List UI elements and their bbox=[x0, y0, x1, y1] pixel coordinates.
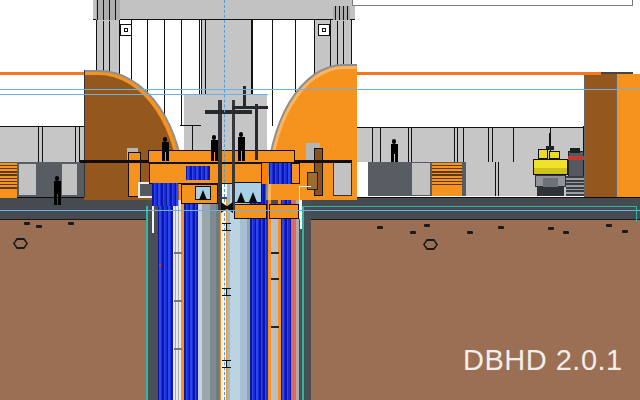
worker-figure bbox=[52, 176, 62, 205]
hot-strip bbox=[262, 163, 268, 184]
column-top-line bbox=[601, 72, 633, 75]
mast-line bbox=[347, 6, 348, 20]
mast-line bbox=[343, 6, 344, 20]
casing-joint-tick bbox=[271, 326, 279, 328]
vehicle-body bbox=[533, 159, 568, 175]
window-mullion bbox=[181, 20, 182, 126]
vehicle-tracks bbox=[537, 187, 564, 196]
mast-line bbox=[103, 0, 104, 20]
platform-block bbox=[234, 204, 267, 219]
door-panel bbox=[412, 163, 430, 195]
soil-rock bbox=[622, 230, 628, 233]
wall-stud bbox=[408, 128, 409, 162]
guide-line-blue-ground bbox=[0, 210, 640, 211]
rig-cap bbox=[570, 148, 580, 153]
soil-rock bbox=[424, 224, 430, 227]
wall-stud bbox=[463, 128, 464, 162]
lift-cage-window bbox=[233, 182, 262, 203]
casing-joint-tick bbox=[271, 278, 279, 280]
vent-louver-left-base bbox=[0, 189, 17, 198]
headframe-crossbar bbox=[205, 110, 252, 114]
soil-rock bbox=[498, 226, 504, 229]
casing-joint-tick bbox=[174, 300, 182, 302]
shaft-boundary-teal-left bbox=[146, 206, 148, 400]
platform-block bbox=[291, 163, 300, 184]
mast-line bbox=[109, 0, 110, 20]
vent-louver-right-base bbox=[432, 186, 462, 196]
soil-rock bbox=[36, 225, 42, 228]
guide-teal-corner bbox=[636, 206, 637, 222]
casing-red-dot bbox=[159, 264, 161, 267]
casing-gray-band bbox=[271, 205, 278, 400]
headframe-arm bbox=[232, 106, 268, 110]
vehicle-yellow-box bbox=[549, 151, 560, 159]
vehicle-hatch bbox=[543, 178, 558, 187]
soil-rock bbox=[563, 231, 569, 234]
tower-square-left-inner bbox=[124, 28, 128, 32]
casing-joint-tick bbox=[271, 252, 279, 254]
wall-stud bbox=[411, 128, 412, 162]
soil-rock bbox=[606, 224, 612, 227]
guide-line-teal bbox=[304, 206, 637, 207]
mast-line bbox=[339, 6, 340, 20]
mast-left bbox=[96, 0, 120, 20]
casing-light-band bbox=[173, 190, 181, 400]
worker-figure bbox=[236, 132, 246, 161]
canister-stack-left-inner bbox=[184, 185, 198, 400]
column-dark-brown bbox=[584, 74, 617, 197]
centerline-joint-marker bbox=[222, 223, 231, 231]
casing-joint-tick bbox=[174, 348, 182, 350]
worker-figure bbox=[209, 135, 219, 161]
rig-tread bbox=[566, 176, 584, 196]
gray-door bbox=[333, 160, 352, 196]
worker-figure bbox=[389, 139, 399, 162]
soil-rock bbox=[410, 231, 416, 234]
door-frame-line bbox=[498, 162, 499, 196]
parapet-outline bbox=[352, 0, 633, 6]
casing-joint-tick bbox=[174, 252, 182, 254]
roofline-left bbox=[0, 72, 84, 75]
guide-line-blue-upper2 bbox=[0, 94, 268, 95]
wall-stud bbox=[42, 126, 43, 162]
wall-stud bbox=[488, 128, 489, 162]
canister-rack-low bbox=[152, 183, 178, 206]
soil-rock bbox=[24, 222, 30, 225]
soil-rock bbox=[467, 231, 473, 234]
worker-figure bbox=[160, 137, 170, 161]
mini-canister-rack bbox=[186, 166, 210, 180]
wall-stud bbox=[372, 128, 373, 162]
steel-liner-column bbox=[198, 184, 220, 400]
wall-stud bbox=[380, 128, 381, 162]
door-panel bbox=[62, 164, 77, 195]
column-orange bbox=[617, 74, 640, 197]
window-mullion bbox=[272, 20, 273, 126]
white-corner-outline bbox=[299, 186, 311, 219]
vent-louver-right bbox=[432, 163, 462, 186]
canister-rack bbox=[269, 163, 291, 184]
rig-red-stripe bbox=[568, 156, 584, 160]
wall-stud bbox=[454, 128, 455, 162]
centerline-joint-marker bbox=[222, 360, 231, 368]
wall-stud bbox=[492, 128, 493, 162]
mast-line bbox=[115, 0, 116, 20]
mast-line bbox=[335, 6, 336, 20]
cad-section-drawing: DBHD 2.0.1 bbox=[0, 0, 640, 400]
soil-rock bbox=[68, 222, 74, 225]
wall-stud bbox=[457, 128, 458, 162]
soil-rock bbox=[548, 227, 554, 230]
canister-stack-left-outer bbox=[158, 185, 173, 400]
vertical-centerline-lower bbox=[224, 213, 225, 400]
mast-line bbox=[97, 0, 98, 20]
headframe-kingpost bbox=[255, 104, 258, 160]
door-frame-line bbox=[495, 162, 496, 196]
wall-stud bbox=[79, 126, 80, 162]
platform-block bbox=[269, 204, 299, 219]
vehicle-yellow-box bbox=[538, 149, 548, 159]
foundation-slab bbox=[0, 197, 640, 220]
vent-louver-left bbox=[0, 163, 17, 189]
wall-stud bbox=[75, 126, 76, 162]
vertical-centerline-upper bbox=[224, 0, 225, 202]
ledge-line bbox=[180, 125, 201, 126]
shaft-boundary-teal-right bbox=[302, 206, 304, 400]
drawing-title: DBHD 2.0.1 bbox=[463, 346, 623, 375]
